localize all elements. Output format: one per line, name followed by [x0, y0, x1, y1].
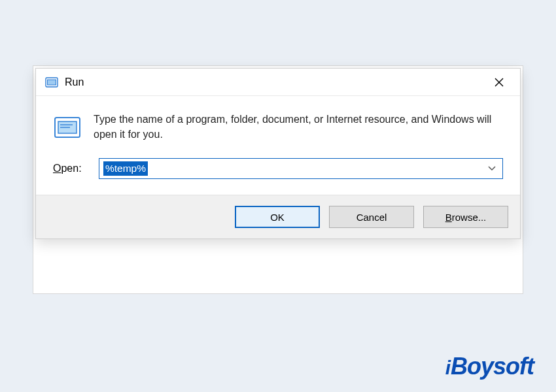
run-icon-large	[53, 113, 82, 144]
watermark-logo: iBoysoft	[445, 353, 534, 380]
open-label: Open:	[53, 163, 88, 174]
dialog-description: Type the name of a program, folder, docu…	[94, 112, 503, 142]
run-icon	[45, 76, 58, 89]
description-row: Type the name of a program, folder, docu…	[53, 112, 503, 144]
cancel-button[interactable]: Cancel	[329, 206, 414, 228]
open-row: Open: %temp%	[53, 158, 503, 179]
open-input-value: %temp%	[103, 161, 148, 176]
browse-button[interactable]: Browse...	[423, 206, 508, 228]
close-icon	[495, 78, 504, 87]
close-button[interactable]	[485, 69, 513, 95]
dialog-footer: OK Cancel Browse...	[36, 195, 520, 238]
dialog-body: Type the name of a program, folder, docu…	[36, 96, 520, 195]
titlebar: Run	[36, 69, 520, 96]
dialog-title: Run	[65, 76, 84, 88]
chevron-down-icon	[488, 164, 496, 173]
svg-rect-1	[48, 80, 56, 85]
open-combobox[interactable]: %temp%	[99, 158, 503, 179]
screenshot-stage: Run Type the name of	[33, 65, 523, 294]
ok-button[interactable]: OK	[235, 206, 320, 228]
run-dialog: Run Type the name of	[35, 68, 521, 239]
